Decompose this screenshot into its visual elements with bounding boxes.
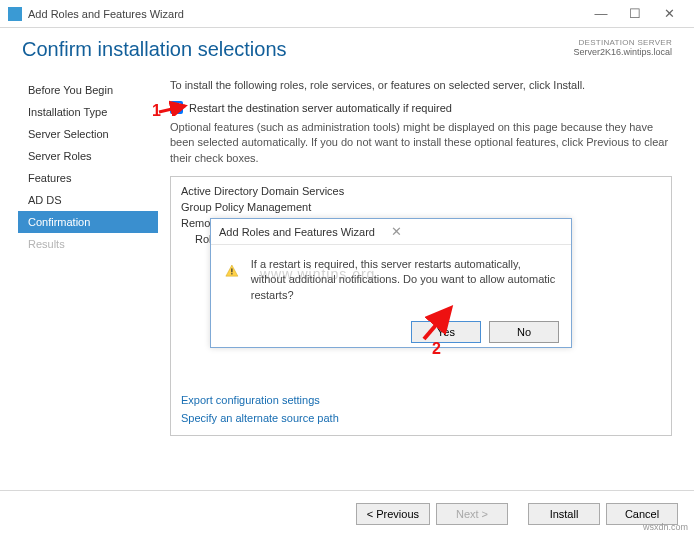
- sidebar-item-features[interactable]: Features: [18, 167, 158, 189]
- list-item: Active Directory Domain Services: [181, 185, 661, 197]
- sidebar-item-server-selection[interactable]: Server Selection: [18, 123, 158, 145]
- confirm-restart-dialog: Add Roles and Features Wizard ✕ If a res…: [210, 218, 572, 348]
- dialog-body: If a restart is required, this server re…: [211, 245, 571, 315]
- dialog-titlebar: Add Roles and Features Wizard ✕: [211, 219, 571, 245]
- app-icon: [8, 7, 22, 21]
- sidebar-item-installation-type[interactable]: Installation Type: [18, 101, 158, 123]
- close-button[interactable]: ✕: [652, 4, 686, 24]
- no-button[interactable]: No: [489, 321, 559, 343]
- svg-rect-1: [231, 268, 232, 272]
- sidebar-item-ad-ds[interactable]: AD DS: [18, 189, 158, 211]
- window-title: Add Roles and Features Wizard: [28, 8, 584, 20]
- sidebar-item-confirmation[interactable]: Confirmation: [18, 211, 158, 233]
- warning-icon: [225, 257, 239, 285]
- sidebar-item-results: Results: [18, 233, 158, 255]
- restart-checkbox[interactable]: [170, 101, 183, 114]
- next-button: Next >: [436, 503, 508, 525]
- alternate-source-link[interactable]: Specify an alternate source path: [181, 410, 339, 428]
- intro-text: To install the following roles, role ser…: [170, 79, 672, 91]
- list-item: Group Policy Management: [181, 201, 661, 213]
- dialog-title: Add Roles and Features Wizard: [219, 226, 391, 238]
- dialog-message: If a restart is required, this server re…: [251, 257, 557, 303]
- destination-value: Server2K16.wintips.local: [573, 47, 672, 57]
- restart-checkbox-row: Restart the destination server automatic…: [170, 101, 672, 114]
- destination-info: DESTINATION SERVER Server2K16.wintips.lo…: [573, 38, 672, 57]
- wizard-footer: < Previous Next > Install Cancel: [0, 490, 694, 536]
- window-controls: — ☐ ✕: [584, 4, 686, 24]
- maximize-button[interactable]: ☐: [618, 4, 652, 24]
- corner-watermark: wsxdn.com: [643, 522, 688, 532]
- wizard-header: Confirm installation selections DESTINAT…: [0, 28, 694, 65]
- wizard-sidebar: Before You Begin Installation Type Serve…: [18, 65, 158, 475]
- export-config-link[interactable]: Export configuration settings: [181, 392, 339, 410]
- sidebar-item-before-you-begin[interactable]: Before You Begin: [18, 79, 158, 101]
- restart-checkbox-label: Restart the destination server automatic…: [189, 102, 452, 114]
- previous-button[interactable]: < Previous: [356, 503, 430, 525]
- dialog-buttons: Yes No: [211, 315, 571, 353]
- page-title: Confirm installation selections: [22, 38, 573, 61]
- install-button[interactable]: Install: [528, 503, 600, 525]
- svg-rect-2: [231, 273, 232, 274]
- titlebar: Add Roles and Features Wizard — ☐ ✕: [0, 0, 694, 28]
- dialog-close-icon[interactable]: ✕: [391, 224, 563, 239]
- optional-features-text: Optional features (such as administratio…: [170, 120, 672, 166]
- links-block: Export configuration settings Specify an…: [181, 392, 339, 427]
- sidebar-item-server-roles[interactable]: Server Roles: [18, 145, 158, 167]
- minimize-button[interactable]: —: [584, 4, 618, 24]
- destination-label: DESTINATION SERVER: [573, 38, 672, 47]
- yes-button[interactable]: Yes: [411, 321, 481, 343]
